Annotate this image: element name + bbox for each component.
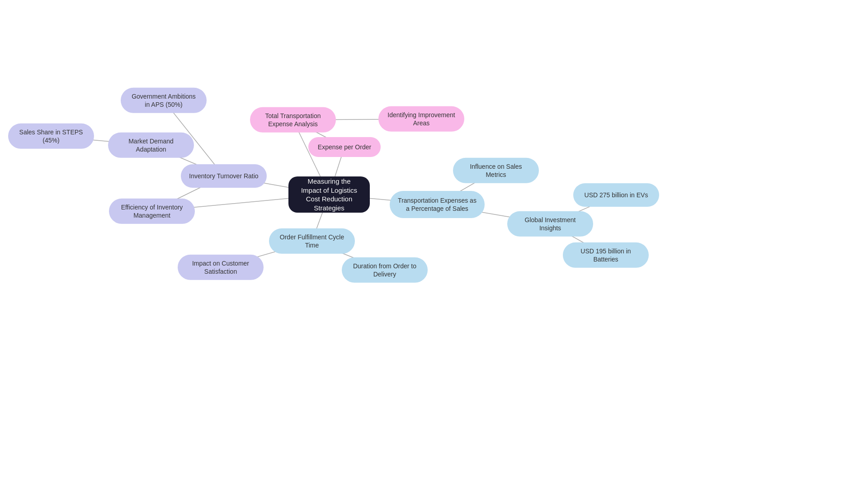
mindmap-container: Measuring the Impact of Logistics Cost R… bbox=[0, 0, 868, 490]
node-impact-customer[interactable]: Impact on Customer Satisfaction bbox=[178, 255, 264, 280]
node-usd-195[interactable]: USD 195 billion in Batteries bbox=[563, 243, 649, 268]
node-market-demand[interactable]: Market Demand Adaptation bbox=[108, 133, 194, 158]
node-sales-share[interactable]: Sales Share in STEPS (45%) bbox=[8, 124, 94, 149]
node-usd-275[interactable]: USD 275 billion in EVs bbox=[573, 183, 659, 207]
node-inventory-turnover[interactable]: Inventory Turnover Ratio bbox=[181, 164, 267, 188]
node-efficiency-inventory[interactable]: Efficiency of Inventory Management bbox=[109, 199, 195, 224]
node-global-investment[interactable]: Global Investment Insights bbox=[507, 211, 593, 237]
node-order-fulfillment[interactable]: Order Fulfillment Cycle Time bbox=[269, 228, 355, 254]
node-transport-expenses[interactable]: Transportation Expenses as a Percentage … bbox=[390, 191, 485, 218]
node-total-transport[interactable]: Total Transportation Expense Analysis bbox=[250, 107, 336, 133]
node-identifying-improvement[interactable]: Identifying Improvement Areas bbox=[378, 106, 464, 132]
node-influence-sales[interactable]: Influence on Sales Metrics bbox=[453, 158, 539, 183]
connections-svg bbox=[0, 0, 868, 490]
node-expense-order[interactable]: Expense per Order bbox=[308, 137, 381, 157]
node-duration-order[interactable]: Duration from Order to Delivery bbox=[342, 257, 428, 283]
node-gov-ambitions[interactable]: Government Ambitions in APS (50%) bbox=[121, 88, 207, 113]
center-node[interactable]: Measuring the Impact of Logistics Cost R… bbox=[288, 176, 370, 213]
